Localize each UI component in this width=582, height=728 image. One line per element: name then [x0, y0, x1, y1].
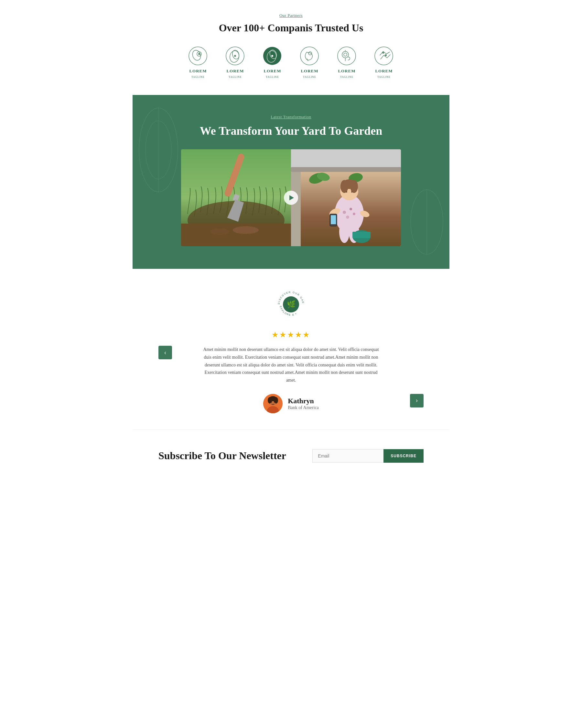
testimonial-next-button[interactable]: › — [410, 394, 424, 408]
svg-point-16 — [342, 51, 349, 58]
partner-tagline-3: TAGLINE — [266, 76, 279, 79]
svg-rect-53 — [331, 215, 336, 224]
after-image — [291, 149, 401, 246]
chevron-right-icon: › — [416, 397, 418, 404]
svg-point-7 — [234, 55, 236, 57]
svg-point-54 — [339, 220, 350, 243]
svg-point-63 — [268, 397, 272, 404]
partners-section: Our Partners Over 100+ Companis Trusted … — [132, 0, 450, 95]
partners-label: Our Partners — [152, 13, 430, 18]
author-info: Kathryn Bank of America — [158, 394, 424, 413]
partner-logo-5: LOREM TAGLINE — [336, 46, 357, 79]
partners-title: Over 100+ Companis Trusted Us — [152, 22, 430, 34]
svg-point-39 — [343, 211, 346, 214]
badge-outer: DISCOVER OUR GARDEN • SINCE 1997. EXPLOR… — [275, 288, 307, 320]
partner-name-1: LOREM — [189, 69, 207, 74]
partner-tagline-2: TAGLINE — [229, 76, 242, 79]
svg-point-66 — [271, 401, 272, 402]
partner-name-4: LOREM — [301, 69, 318, 74]
partner-name-3: LOREM — [263, 69, 281, 74]
play-icon — [289, 195, 294, 200]
garden-shovel-image — [181, 149, 291, 246]
newsletter-form: SUBSCRIBE — [312, 449, 424, 463]
svg-point-22 — [385, 54, 387, 56]
partner-tagline-5: TAGLINE — [340, 76, 353, 79]
svg-point-49 — [350, 180, 358, 193]
svg-point-67 — [274, 401, 275, 402]
partner-name-2: LOREM — [226, 69, 244, 74]
partner-icon-1 — [187, 46, 208, 67]
svg-point-20 — [375, 47, 393, 65]
stars-rating: ★★★★★ — [158, 330, 424, 339]
chevron-left-icon: ‹ — [164, 349, 166, 356]
subscribe-label: SUBSCRIBE — [390, 454, 416, 458]
testimonial-prev-button[interactable]: ‹ — [158, 346, 172, 359]
partner-logo-3: LOREM TAGLINE — [262, 46, 283, 79]
partner-tagline-1: TAGLINE — [192, 76, 205, 79]
newsletter-section: Subscribe To Our Newsletter SUBSCRIBE — [132, 430, 450, 485]
svg-rect-31 — [291, 169, 301, 246]
svg-rect-57 — [352, 232, 371, 238]
svg-point-64 — [274, 397, 278, 404]
svg-rect-32 — [291, 167, 401, 172]
svg-point-12 — [300, 47, 319, 65]
partner-icon-2 — [225, 46, 246, 67]
partner-icon-3 — [262, 46, 283, 67]
partner-logo-4: LOREM TAGLINE — [299, 46, 320, 79]
svg-point-29 — [210, 229, 230, 235]
svg-point-28 — [233, 226, 259, 234]
partner-icon-6 — [374, 46, 395, 67]
child-garden-image — [291, 149, 401, 246]
partner-logo-6: LOREM TAGLINE — [374, 46, 395, 79]
discover-badge: DISCOVER OUR GARDEN • SINCE 1997. EXPLOR… — [158, 288, 424, 320]
partner-tagline-4: TAGLINE — [303, 76, 316, 79]
svg-point-48 — [340, 180, 348, 193]
svg-point-41 — [346, 215, 349, 219]
svg-point-50 — [346, 191, 347, 192]
author-details: Kathryn Bank of America — [288, 397, 319, 410]
author-name: Kathryn — [288, 397, 319, 405]
svg-rect-25 — [181, 224, 291, 246]
svg-point-21 — [382, 52, 384, 54]
svg-point-3 — [198, 53, 200, 55]
testimonial-section: DISCOVER OUR GARDEN • SINCE 1997. EXPLOR… — [132, 269, 450, 430]
before-image — [181, 149, 291, 246]
partner-tagline-6: TAGLINE — [377, 76, 390, 79]
svg-point-51 — [351, 191, 352, 192]
svg-point-1 — [191, 49, 202, 61]
newsletter-subscribe-button[interactable]: SUBSCRIBE — [383, 449, 424, 463]
testimonial-content-wrapper: ‹ Amet minim mollit non deserunt ullamco… — [158, 346, 424, 384]
transformation-title: We Transform Your Yard To Garden — [158, 124, 424, 138]
svg-point-42 — [353, 213, 355, 215]
testimonial-text: Amet minim mollit non deserunt ullamco e… — [200, 346, 382, 384]
newsletter-title: Subscribe To Our Newsletter — [158, 450, 286, 462]
author-avatar — [263, 394, 283, 413]
play-button[interactable] — [284, 191, 298, 205]
avatar-image — [263, 394, 283, 413]
partner-name-5: LOREM — [338, 69, 355, 74]
partner-icon-4 — [299, 46, 320, 67]
partners-logos-container: LOREM TAGLINE LOREM TAGLINE LOREM TAGL — [152, 46, 430, 79]
badge-inner: 🌿 — [283, 296, 299, 312]
transformation-images — [158, 149, 424, 246]
newsletter-email-input[interactable] — [312, 449, 383, 463]
transformation-label: Latest Transformation — [158, 114, 424, 120]
leaf-icon: 🌿 — [287, 300, 296, 309]
partner-name-6: LOREM — [375, 69, 393, 74]
partner-logo-1: LOREM TAGLINE — [187, 46, 208, 79]
partner-logo-2: LOREM TAGLINE — [225, 46, 246, 79]
transformation-section: Latest Transformation We Transform Your … — [132, 95, 450, 269]
svg-point-11 — [271, 55, 273, 57]
svg-point-17 — [344, 53, 347, 56]
svg-point-40 — [350, 208, 352, 210]
author-company: Bank of America — [288, 405, 319, 410]
partner-icon-5 — [336, 46, 357, 67]
